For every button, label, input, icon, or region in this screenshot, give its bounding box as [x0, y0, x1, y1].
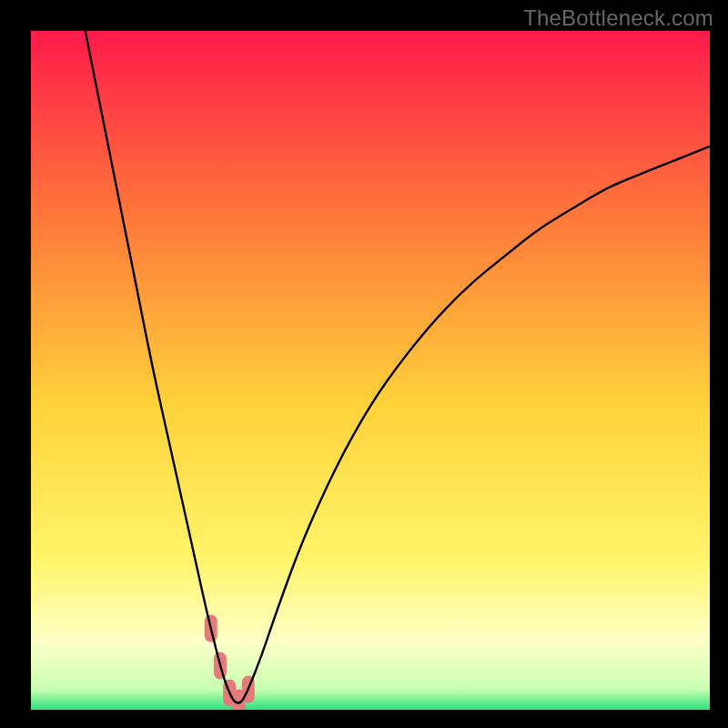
plot-area: [31, 31, 710, 710]
watermark-text: TheBottleneck.com: [523, 5, 713, 31]
chart-svg: [31, 31, 710, 710]
chart-frame: TheBottleneck.com: [0, 0, 728, 728]
gradient-background: [31, 31, 710, 710]
